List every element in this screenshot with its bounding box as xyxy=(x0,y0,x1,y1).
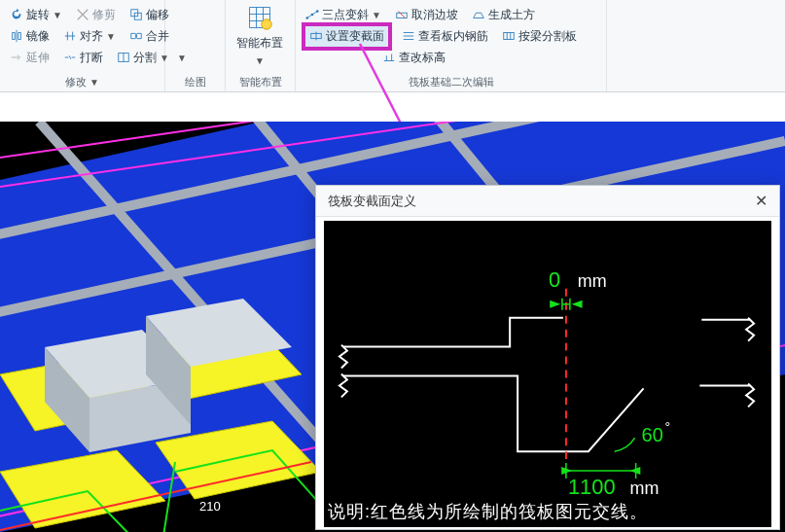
dim-offset-value: 0 xyxy=(549,267,560,292)
rotate-button[interactable]: 旋转 ▼ xyxy=(6,6,66,24)
split-by-beam-button[interactable]: 按梁分割板 xyxy=(498,27,581,46)
svg-point-8 xyxy=(311,14,314,17)
group-title-draw: 绘图 xyxy=(165,75,225,89)
align-button[interactable]: 对齐 ▼ xyxy=(59,27,120,46)
split-icon xyxy=(117,51,130,64)
group-title-raft: 筏板基础二次编辑 xyxy=(296,75,606,89)
dajuan-label: 打断 xyxy=(80,50,103,66)
smart-placement-icon xyxy=(246,4,273,31)
svg-point-7 xyxy=(305,17,308,19)
axis-label-210: 210 xyxy=(199,499,221,514)
rotate-label: 旋转 xyxy=(26,7,50,23)
set-section-label: 设置变截面 xyxy=(326,28,384,45)
smart-placement-label: 智能布置 xyxy=(236,35,283,52)
check-elev-label: 查改标高 xyxy=(399,50,446,66)
dim-angle-unit: ° xyxy=(664,419,670,435)
gen-earth-icon xyxy=(472,8,485,21)
section-definition-dialog: 筏板变截面定义 ✕ xyxy=(315,185,780,530)
align-label: 对齐 xyxy=(80,28,103,45)
group-title-smart: 智能布置 xyxy=(226,75,295,89)
check-elev-button[interactable]: 查改标高 xyxy=(378,49,449,67)
rotate-icon xyxy=(10,8,23,21)
smart-placement-button[interactable]: 智能布置 ▼ xyxy=(232,4,288,66)
dim-offset-unit: mm xyxy=(578,271,607,291)
merge-icon xyxy=(129,29,143,43)
ribbon-group-smart: 智能布置 ▼ 智能布置 xyxy=(226,0,296,91)
mirror-label: 镜像 xyxy=(26,28,50,45)
check-elev-icon xyxy=(382,51,396,64)
cancel-slope-label: 取消边坡 xyxy=(411,7,458,23)
trim-button[interactable]: 修剪 xyxy=(72,6,120,24)
offset-icon xyxy=(129,8,143,21)
dropdown-icon: ▼ xyxy=(106,31,116,42)
ribbon-group-draw: ▼ 绘图 xyxy=(165,0,226,91)
svg-point-9 xyxy=(316,10,319,13)
view-rebar-button[interactable]: 查看板内钢筋 xyxy=(398,27,492,46)
cancel-slope-button[interactable]: 取消边坡 xyxy=(391,6,462,24)
split-button[interactable]: 分割 ▼ xyxy=(113,49,173,67)
dialog-caption: 说明:红色线为所绘制的筏板图元交线。 xyxy=(324,496,771,527)
three-point-label: 三点变斜 xyxy=(322,7,369,23)
split-label: 分割 xyxy=(133,50,157,66)
split-by-beam-label: 按梁分割板 xyxy=(518,28,577,45)
mirror-button[interactable]: 镜像 xyxy=(6,27,54,46)
svg-point-6 xyxy=(262,19,272,30)
trim-icon xyxy=(76,8,89,21)
set-section-icon xyxy=(309,29,323,43)
dropdown-icon[interactable]: ▼ xyxy=(177,53,187,63)
dropdown-icon: ▼ xyxy=(372,10,381,20)
dialog-diagram: 0 mm 1100 mm 60 ° xyxy=(324,221,771,521)
group-title-modify: 修改 ▼ xyxy=(0,75,164,89)
three-point-icon xyxy=(305,8,319,21)
align-icon xyxy=(63,29,77,43)
split-by-beam-icon xyxy=(502,29,516,43)
dropdown-icon: ▼ xyxy=(53,10,62,20)
dajuan-button[interactable]: 打断 xyxy=(59,49,107,67)
dialog-titlebar[interactable]: 筏板变截面定义 ✕ xyxy=(316,186,779,217)
gen-earth-button[interactable]: 生成土方 xyxy=(468,6,539,24)
view-rebar-label: 查看板内钢筋 xyxy=(418,28,488,45)
break-icon xyxy=(63,51,77,64)
cancel-slope-icon xyxy=(395,8,409,21)
dialog-title: 筏板变截面定义 xyxy=(328,193,416,210)
svg-rect-10 xyxy=(397,13,408,18)
ribbon-group-modify: 旋转 ▼ 修剪 偏移 镜像 对齐 ▼ xyxy=(0,0,165,91)
dim-angle-value: 60 xyxy=(642,424,663,445)
extend-icon xyxy=(10,51,23,64)
dim-width-unit: mm xyxy=(630,479,660,498)
svg-rect-12 xyxy=(504,33,515,40)
ribbon: 旋转 ▼ 修剪 偏移 镜像 对齐 ▼ xyxy=(0,0,785,92)
extend-label: 延伸 xyxy=(26,50,50,66)
ribbon-group-raft: 三点变斜 ▼ 取消边坡 生成土方 设置变截面 查看板内钢筋 xyxy=(296,0,607,91)
gen-earth-label: 生成土方 xyxy=(488,7,535,23)
rebar-icon xyxy=(402,29,415,43)
trim-label: 修剪 xyxy=(92,7,116,23)
mirror-icon xyxy=(10,29,23,43)
close-icon[interactable]: ✕ xyxy=(751,192,771,210)
extend-button[interactable]: 延伸 xyxy=(6,49,54,67)
